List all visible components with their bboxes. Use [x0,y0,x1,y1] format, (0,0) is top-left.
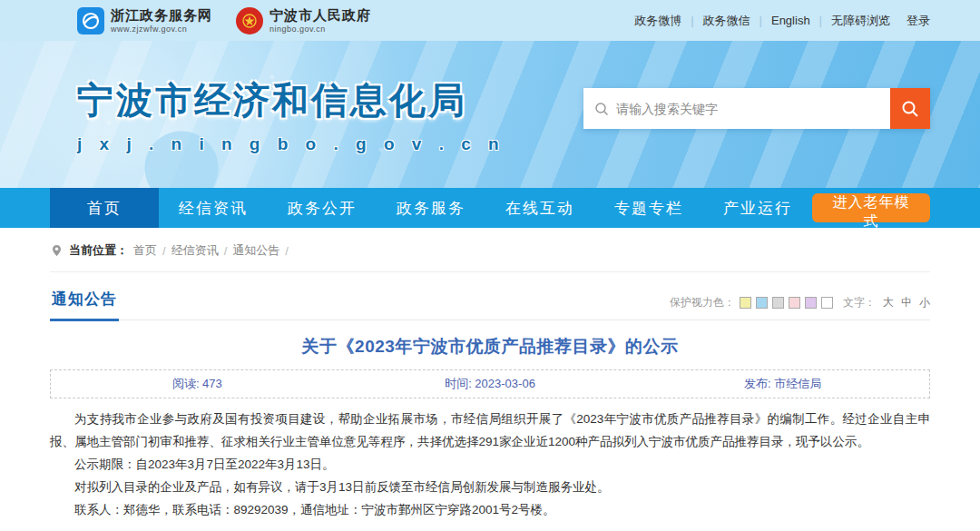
site-identity: 宁波市经济和信息化局 j x j . n i n g b o . g o v .… [77,75,505,154]
eye-color-pink[interactable] [789,297,800,309]
ningbo-logo-title: 宁波市人民政府 [270,7,371,25]
eye-color-yellow[interactable] [740,297,751,309]
breadcrumb-jingxin-news[interactable]: 经信资讯 [172,242,219,259]
font-size-large[interactable]: 大 [883,295,894,310]
zhejiang-logo-url: www.zjzwfw.gov.cn [111,25,212,34]
site-title: 宁波市经济和信息化局 [77,75,505,125]
link-english[interactable]: English [771,14,810,27]
tab-notices[interactable]: 通知公告 [50,283,119,321]
meta-publish-time: 时间: 2023-03-06 [344,376,637,392]
paragraph: 联系人：郑德华，联系电话：89292039，通信地址：宁波市鄞州区宁穿路2001… [50,498,930,521]
view-tools: 保护视力色： 文字： 大 中 小 [670,295,930,320]
main-navigation: 首页 经信资讯 政务公开 政务服务 在线互动 专题专栏 产业运行 进入老年模式 [0,188,980,228]
breadcrumb-separator: / [162,244,166,258]
breadcrumb-home[interactable]: 首页 [133,242,157,259]
zhejiang-logo-title: 浙江政务服务网 [111,7,212,25]
breadcrumb-notices[interactable]: 通知公告 [232,242,279,259]
location-icon [50,244,64,258]
meta-read-count: 阅读: 473 [51,376,344,392]
search-submit-button[interactable] [890,88,930,129]
eye-color-blue[interactable] [756,297,768,309]
ningbo-logo-url: ningbo.gov.cn [270,25,371,34]
link-gov-wechat[interactable]: 政务微信 [703,13,750,29]
paragraph: 为支持我市企业参与政府及国有投资项目建设，帮助企业拓展市场，市经信局组织开展了《… [50,408,930,453]
nav-item-special-columns[interactable]: 专题专栏 [594,188,703,228]
nav-item-jingxin-news[interactable]: 经信资讯 [159,188,268,228]
nav-item-home[interactable]: 首页 [50,188,159,228]
zhejiang-logo-text: 浙江政务服务网 www.zjzwfw.gov.cn [111,7,212,34]
eye-color-white[interactable] [821,297,833,309]
meta-publisher: 发布: 市经信局 [636,376,929,392]
font-size-small[interactable]: 小 [919,295,930,310]
search-button-icon [901,100,919,118]
separator: | [760,14,762,27]
main-content: 当前位置： 首页 / 经信资讯 / 通知公告 / 通知公告 保护视力色： 文字：… [50,228,930,531]
ningbo-logo-text: 宁波市人民政府 ningbo.gov.cn [270,7,371,34]
eye-protect-label: 保护视力色： [670,295,735,310]
breadcrumb-separator: / [224,244,228,258]
link-accessibility[interactable]: 无障碍浏览 [831,13,890,29]
eye-color-gray[interactable] [772,297,784,309]
ningbo-gov-logo[interactable]: 宁波市人民政府 ningbo.gov.cn [236,7,371,34]
paragraph: 对拟列入目录的企业及产品，如有异议，请于3月13日前反馈至市经信局创新发展与制造… [50,476,930,498]
separator: | [691,14,693,27]
article-title: 关于《2023年宁波市优质产品推荐目录》的公示 [50,335,930,359]
login-link[interactable]: 登录 [906,13,930,29]
font-size-medium[interactable]: 中 [901,295,912,310]
font-size-label: 文字： [843,295,876,310]
article-body: 为支持我市企业参与政府及国有投资项目建设，帮助企业拓展市场，市经信局组织开展了《… [50,408,930,521]
paragraph: 公示期限：自2023年3月7日至2022年3月13日。 [50,453,930,476]
zhejiang-gov-logo[interactable]: 浙江政务服务网 www.zjzwfw.gov.cn [77,7,212,34]
search-icon [594,102,609,116]
site-url: j x j . n i n g b o . g o v . c n [77,134,505,154]
search-input[interactable] [616,102,879,116]
nav-item-industry-operation[interactable]: 产业运行 [703,188,812,228]
search-input-wrap [583,88,890,129]
search-box [583,88,930,129]
nav-item-gov-disclosure[interactable]: 政务公开 [268,188,377,228]
breadcrumb-prefix: 当前位置： [69,242,128,259]
nav-item-online-interaction[interactable]: 在线互动 [485,188,594,228]
site-banner: 宁波市经济和信息化局 j x j . n i n g b o . g o v .… [0,41,980,188]
nav-item-gov-services[interactable]: 政务服务 [377,188,485,228]
national-emblem-icon [236,7,263,34]
breadcrumb: 当前位置： 首页 / 经信资讯 / 通知公告 / [50,242,930,272]
article-meta: 阅读: 473 时间: 2023-03-06 发布: 市经信局 [50,369,930,398]
top-links: 政务微博 | 政务微信 | English | 无障碍浏览 登录 [634,13,930,29]
section-tab-row: 通知公告 保护视力色： 文字： 大 中 小 [50,283,930,320]
link-gov-weibo[interactable]: 政务微博 [634,13,681,29]
top-utility-bar: 浙江政务服务网 www.zjzwfw.gov.cn 宁波市人民政府 ningbo… [0,0,980,41]
separator: | [819,14,822,27]
elder-mode-button[interactable]: 进入老年模式 [812,193,930,222]
eye-color-purple[interactable] [805,297,817,309]
zhejiang-logo-icon [77,7,104,34]
breadcrumb-separator: / [285,244,289,258]
logo-group: 浙江政务服务网 www.zjzwfw.gov.cn 宁波市人民政府 ningbo… [77,7,371,34]
